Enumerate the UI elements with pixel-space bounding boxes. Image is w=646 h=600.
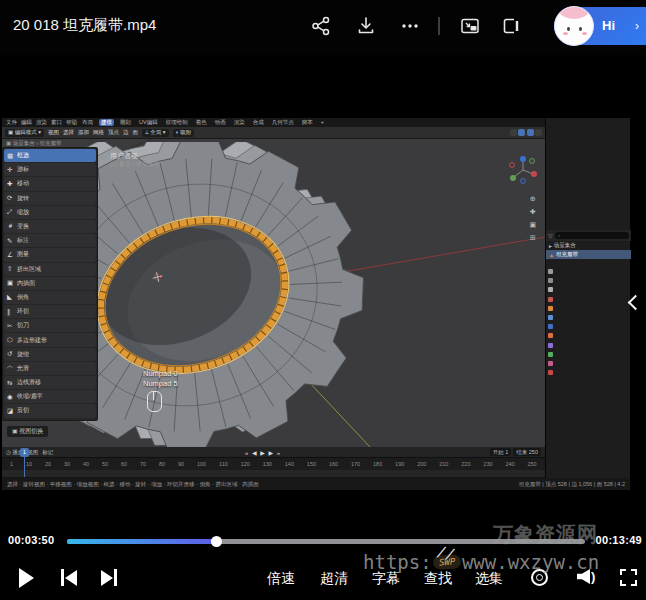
property-tab-icon — [548, 315, 553, 320]
mini-window-icon[interactable] — [459, 15, 481, 37]
previous-button[interactable] — [61, 569, 77, 586]
tool-item: ◪ 剪切 — [4, 404, 96, 417]
outliner-object-row-selected: ▲ 坦克履带 — [546, 250, 631, 259]
volume-button[interactable]: ) — [577, 569, 595, 584]
fullscreen-button[interactable] — [620, 569, 637, 586]
frame-tick-label: 120 — [241, 461, 250, 467]
side-dock-icon[interactable] — [500, 15, 522, 37]
frame-tick-label: 80 — [159, 461, 165, 467]
account-pill[interactable]: Hi › — [554, 7, 646, 45]
tool-label: 多边形建形 — [17, 336, 47, 345]
blender-menu-item: 帮助 — [66, 119, 77, 126]
download-icon[interactable] — [355, 15, 377, 37]
frame-tick-label: 200 — [417, 461, 426, 467]
outliner-search-input: ⌕ — [555, 232, 629, 239]
hi-label: Hi — [602, 18, 615, 33]
frame-tick-label: 110 — [219, 461, 228, 467]
workspace-tab: 着色 — [194, 119, 209, 126]
tool-label: 边线滑移 — [17, 378, 41, 387]
outliner-collection-row: ▸ 场景集合 — [546, 241, 631, 250]
player-top-bar: 20 018 坦克履带.mp4 — [0, 0, 646, 55]
current-time: 00:03:50 — [8, 534, 54, 546]
property-tab-icon — [548, 361, 553, 366]
viewport-3d: ▣ 场景集合 › 坦克履带 ▦ 框选 ✛ 游标 ✚ 移动 — [2, 139, 545, 447]
avatar[interactable] — [554, 6, 594, 46]
avatar-blush — [563, 32, 568, 35]
blender-statusbar: 选择 · 旋转视图 · 平移视图 · 缩放视图 · 框选 · 移动 · 旋转 ·… — [2, 478, 630, 490]
shading-wireframe-icon — [510, 129, 517, 136]
frame-tick-label: 10 — [26, 461, 32, 467]
tool-icon: ↺ — [7, 350, 14, 358]
avatar-eye — [579, 27, 582, 31]
episode-drawer-toggle[interactable] — [628, 295, 644, 311]
ortho-toggle-icon: ⊞ — [529, 234, 536, 242]
speaker-wave: ) — [591, 569, 595, 584]
avatar-blush — [582, 32, 587, 35]
timeline-track-area — [2, 470, 545, 477]
tool-label: 挤出区域 — [17, 265, 41, 274]
timeline-menu-item: 标记 — [42, 449, 53, 456]
tool-icon: ⇆ — [7, 379, 14, 387]
playback-controls: « ◀ ▶ ▶ » — [245, 449, 281, 456]
share-icon[interactable] — [310, 15, 332, 37]
mouse-icon — [147, 391, 162, 412]
viewport-menu-item: 顶点 — [108, 129, 119, 136]
mesh-icon: ▲ — [549, 252, 554, 258]
speed-button[interactable]: 倍速 — [267, 570, 295, 588]
tool-icon: ⤢ — [7, 208, 14, 216]
frame-tick-label: 20 — [45, 461, 51, 467]
frame-tick-label: 70 — [140, 461, 146, 467]
blender-workspace-tabs: 布局建模雕刻UV编辑纹理绘制着色动画渲染合成几何节点脚本+ — [80, 119, 326, 126]
viewport-menu-item: 视图 — [48, 129, 59, 136]
collection-name: 场景集合 — [554, 242, 576, 249]
tool-label: 倒角 — [17, 293, 29, 302]
avatar-hood — [559, 6, 589, 19]
workspace-tab: 纹理绘制 — [164, 119, 190, 126]
next-button[interactable] — [101, 569, 117, 586]
episodes-button[interactable]: 选集 — [475, 570, 503, 588]
frame-end-field: 结束 250 — [513, 448, 541, 456]
app-window: 20 018 坦克履带.mp4 — [0, 0, 646, 600]
prev-triangle — [65, 570, 77, 586]
tool-icon: ⟳ — [7, 194, 14, 202]
frame-tick-label: 130 — [263, 461, 272, 467]
tool-item: ◠ 光滑 — [4, 362, 96, 375]
tool-item: ↺ 旋绕 — [4, 348, 96, 361]
workspace-tab: + — [319, 119, 326, 126]
tool-label: 变换 — [17, 222, 29, 231]
tool-icon: ◠ — [7, 364, 14, 372]
play-button[interactable] — [19, 568, 34, 588]
tool-item: ✚ 移动 — [4, 177, 96, 190]
tool-label: 旋转 — [17, 194, 29, 203]
avatar-eye — [567, 27, 570, 31]
viewport-menu-item: 网格 — [93, 129, 104, 136]
speaker-icon — [577, 569, 590, 584]
more-options-icon[interactable] — [399, 15, 421, 37]
frame-tick-label: 50 — [102, 461, 108, 467]
tool-item: ⇆ 边线滑移 — [4, 376, 96, 389]
tool-item: ◉ 收缩/扁平 — [4, 390, 96, 403]
properties-tab-column — [548, 269, 553, 375]
quality-button[interactable]: 超清 — [320, 570, 348, 588]
navigation-gizmo-icon — [506, 153, 540, 187]
loop-record-icon[interactable] — [531, 569, 548, 586]
video-surface[interactable]: 文件编辑渲染窗口帮助 布局建模雕刻UV编辑纹理绘制着色动画渲染合成几何节点脚本+… — [0, 55, 646, 531]
find-button[interactable]: 查找 — [424, 570, 452, 588]
frame-tick-label: 170 — [351, 461, 360, 467]
frame-tick-label: 40 — [83, 461, 89, 467]
frame-tick-label: 100 — [197, 461, 206, 467]
tool-label: 光滑 — [17, 364, 29, 373]
tool-label: 内插面 — [17, 279, 35, 288]
shading-solid-icon — [518, 129, 525, 136]
blender-right-panel: ▽ ⌕ ▸ 场景集合 ▲ 坦克履带 — [545, 118, 630, 490]
tool-label: 缩放 — [17, 208, 29, 217]
tool-item: ∠ 测量 — [4, 248, 96, 261]
disclosure-icon: ▸ — [549, 243, 552, 249]
viewport-menu-item: 选择 — [63, 129, 74, 136]
pan-icon: ✚ — [529, 208, 536, 216]
subtitles-button[interactable]: 字幕 — [372, 570, 400, 588]
progress-thumb[interactable] — [211, 536, 222, 547]
progress-bar[interactable] — [67, 539, 585, 544]
tool-icon: ＃ — [7, 222, 14, 231]
workspace-tab: UV编辑 — [137, 119, 160, 126]
